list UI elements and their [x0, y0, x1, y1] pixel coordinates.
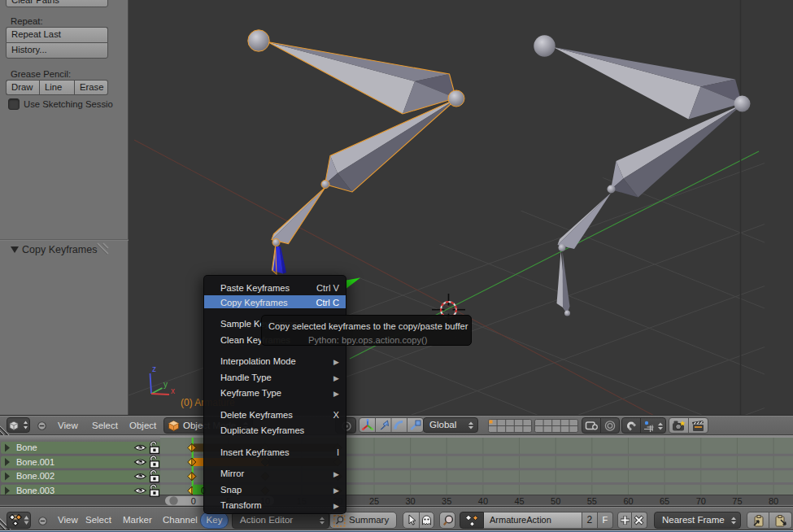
svg-text:30: 30: [405, 496, 415, 506]
svg-text:45: 45: [514, 496, 524, 506]
svg-text:x: x: [171, 386, 175, 395]
svg-text:55: 55: [587, 496, 597, 506]
svg-text:y: y: [163, 380, 168, 389]
svg-text:0: 0: [191, 496, 196, 506]
svg-text:65: 65: [660, 496, 669, 506]
svg-text:40: 40: [478, 496, 488, 506]
svg-text:50: 50: [551, 496, 560, 506]
svg-text:80: 80: [769, 496, 778, 506]
svg-text:70: 70: [696, 496, 706, 506]
svg-text:60: 60: [623, 496, 633, 506]
svg-text:35: 35: [442, 496, 451, 506]
svg-text:z: z: [152, 364, 156, 373]
svg-text:25: 25: [369, 496, 379, 506]
svg-text:75: 75: [732, 496, 742, 506]
